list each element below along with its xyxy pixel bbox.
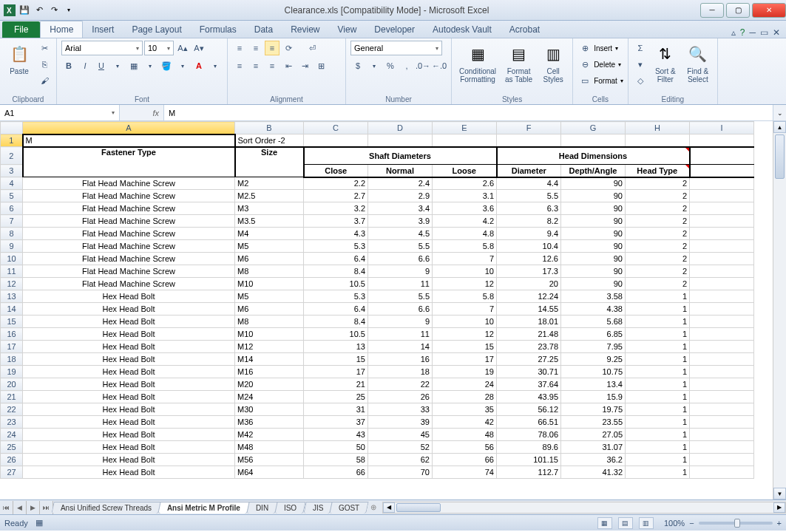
- tab-acrobat[interactable]: Acrobat: [501, 21, 549, 38]
- cell[interactable]: Hex Head Bolt: [23, 328, 235, 341]
- currency-dropdown-icon[interactable]: ▾: [367, 58, 382, 73]
- cell[interactable]: 6.4: [304, 303, 368, 316]
- save-icon[interactable]: 💾: [18, 4, 31, 17]
- merge-center-icon[interactable]: ⊞: [314, 58, 328, 73]
- cell[interactable]: 2: [626, 202, 690, 215]
- cell[interactable]: M36: [235, 416, 304, 429]
- cell[interactable]: 31: [304, 403, 368, 416]
- cell[interactable]: 19.75: [561, 403, 626, 416]
- cell[interactable]: 26: [368, 391, 433, 403]
- cell[interactable]: 1: [626, 378, 690, 391]
- increase-indent-icon[interactable]: ⇥: [297, 58, 312, 73]
- cell[interactable]: M64: [235, 466, 304, 479]
- cell[interactable]: 41.32: [561, 466, 626, 479]
- cell[interactable]: 1: [626, 441, 690, 454]
- cell[interactable]: M8: [235, 265, 304, 278]
- cell[interactable]: 42: [433, 416, 497, 429]
- scroll-thumb[interactable]: [775, 134, 785, 179]
- cell[interactable]: [690, 378, 754, 391]
- cell[interactable]: 1: [626, 366, 690, 378]
- cell[interactable]: 3.2: [304, 202, 368, 215]
- cell[interactable]: 6.3: [497, 202, 561, 215]
- cell[interactable]: 7: [433, 303, 497, 316]
- col-header-E[interactable]: E: [433, 122, 497, 134]
- align-top-icon[interactable]: ≡: [232, 41, 247, 55]
- cell[interactable]: [690, 454, 754, 466]
- conditional-formatting-button[interactable]: ▦Conditional Formatting: [456, 41, 499, 85]
- name-box[interactable]: A1▾: [0, 105, 120, 120]
- cell[interactable]: 2.6: [433, 177, 497, 190]
- normal-view-icon[interactable]: ▦: [597, 517, 612, 529]
- copy-icon[interactable]: ⎘: [37, 57, 52, 72]
- cell[interactable]: [690, 134, 754, 147]
- align-bottom-icon[interactable]: ≡: [265, 41, 279, 55]
- cell[interactable]: [690, 316, 754, 328]
- cell-styles-button[interactable]: ▥Cell Styles: [538, 41, 568, 85]
- cell[interactable]: [690, 441, 754, 454]
- find-select-button[interactable]: 🔍Find & Select: [683, 41, 713, 85]
- cell[interactable]: 30.71: [497, 366, 561, 378]
- cell[interactable]: 2.7: [304, 190, 368, 202]
- cell[interactable]: Head Type: [626, 165, 690, 177]
- cell[interactable]: 20: [497, 278, 561, 290]
- bold-button[interactable]: B: [61, 58, 76, 73]
- cell[interactable]: [690, 341, 754, 353]
- cell[interactable]: [690, 228, 754, 240]
- tab-insert[interactable]: Insert: [83, 21, 123, 38]
- zoom-slider[interactable]: [699, 522, 773, 525]
- close-button[interactable]: ✕: [752, 3, 786, 18]
- cell[interactable]: M2: [235, 177, 304, 190]
- cell[interactable]: Hex Head Bolt: [23, 303, 235, 316]
- cell[interactable]: 50: [304, 441, 368, 454]
- cell[interactable]: 5.3: [304, 240, 368, 253]
- cell[interactable]: 12.6: [497, 253, 561, 265]
- cell[interactable]: 5.5: [497, 190, 561, 202]
- format-dropdown-icon[interactable]: ▾: [620, 78, 623, 84]
- decrease-indent-icon[interactable]: ⇤: [281, 58, 296, 73]
- cell[interactable]: M2.5: [235, 190, 304, 202]
- cell[interactable]: Flat Head Machine Screw: [23, 190, 235, 202]
- cell[interactable]: M4: [235, 228, 304, 240]
- border-button[interactable]: ▦: [126, 58, 141, 73]
- zoom-level[interactable]: 100%: [664, 519, 685, 528]
- cell[interactable]: 1: [626, 290, 690, 303]
- cell[interactable]: 66: [304, 466, 368, 479]
- cell[interactable]: 2.9: [368, 190, 433, 202]
- maximize-button[interactable]: ▢: [726, 3, 750, 18]
- cell[interactable]: 43.95: [497, 391, 561, 403]
- cell[interactable]: 14.55: [497, 303, 561, 316]
- cell[interactable]: 66: [433, 454, 497, 466]
- sort-filter-button[interactable]: ⇅Sort & Filter: [651, 41, 680, 85]
- row-header[interactable]: 27: [1, 466, 23, 479]
- cell[interactable]: 10.5: [304, 328, 368, 341]
- format-cells-icon[interactable]: ▭: [577, 73, 592, 88]
- cut-icon[interactable]: ✂: [37, 41, 52, 55]
- cell[interactable]: [690, 416, 754, 429]
- cell[interactable]: Hex Head Bolt: [23, 454, 235, 466]
- cell[interactable]: 5.5: [368, 290, 433, 303]
- cell[interactable]: 4.8: [433, 228, 497, 240]
- cell[interactable]: M56: [235, 454, 304, 466]
- cell[interactable]: [690, 253, 754, 265]
- cell[interactable]: 15: [433, 341, 497, 353]
- delete-cells-icon[interactable]: ⊖: [577, 57, 592, 72]
- cell[interactable]: 3.7: [304, 215, 368, 228]
- row-header[interactable]: 10: [1, 253, 23, 265]
- cell[interactable]: [690, 403, 754, 416]
- cell[interactable]: Loose: [433, 165, 497, 177]
- cell[interactable]: M48: [235, 441, 304, 454]
- cell[interactable]: M10: [235, 278, 304, 290]
- cell[interactable]: 62: [368, 454, 433, 466]
- cell[interactable]: 15.9: [561, 391, 626, 403]
- cell[interactable]: [690, 265, 754, 278]
- row-header[interactable]: 24: [1, 429, 23, 441]
- cell[interactable]: 1: [626, 341, 690, 353]
- paste-button[interactable]: 📋 Paste: [4, 41, 34, 77]
- cell[interactable]: 8.4: [304, 316, 368, 328]
- cell[interactable]: 43: [304, 429, 368, 441]
- cell[interactable]: 90: [561, 228, 626, 240]
- cell[interactable]: 8.4: [304, 265, 368, 278]
- cell[interactable]: 31.07: [561, 441, 626, 454]
- cell[interactable]: Flat Head Machine Screw: [23, 177, 235, 190]
- cell[interactable]: 2.4: [368, 177, 433, 190]
